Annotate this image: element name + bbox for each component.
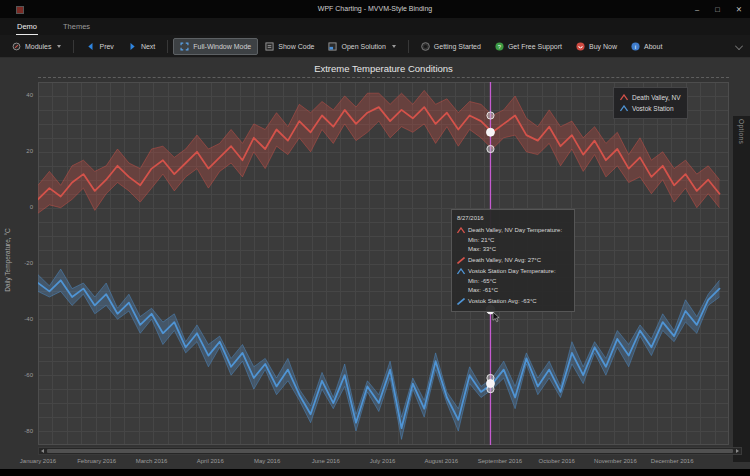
toolbar-button-label: Prev [99,43,113,50]
tooltip-date: 8/27/2016 [457,214,569,223]
toolbar-separator [73,40,74,53]
death-valley-band-icon [620,94,628,101]
toolbar-button-buy-now[interactable]: Buy Now [569,38,624,55]
prev-arrow-icon [86,42,95,51]
y-tick-label: 20 [5,148,33,154]
toolbar-button-about[interactable]: iAbout [624,38,669,55]
toolbar-button-show-code[interactable]: Show Code [258,38,321,55]
options-panel-tab[interactable]: Options [738,119,745,144]
toolbar-separator [167,40,168,53]
band-marker [487,112,494,119]
y-tick-label: -40 [5,316,33,322]
scrollbar-thumb[interactable] [47,449,733,453]
x-tick-label: March 2016 [136,458,168,464]
toolbar-button-label: Full-Window Mode [193,43,251,50]
y-tick-label: 40 [5,92,33,98]
avg-marker [486,380,494,388]
x-tick-label: August 2016 [424,458,458,464]
death-valley-line-icon [457,257,465,264]
toolbar-button-label: About [644,43,662,50]
x-tick-label: June 2016 [312,458,340,464]
chart-title: Extreme Temperature Conditions [38,63,729,74]
minimize-button[interactable]: – [695,5,699,14]
legend-item-death-valley: Death Valley, NV [620,92,681,103]
toolbar-button-full-window-mode[interactable]: Full-Window Mode [173,38,258,55]
legend-label: Vostok Station [632,103,674,114]
window-title: WPF Charting - MVVM-Style Binding [0,0,750,18]
y-tick-label: -60 [5,372,33,378]
x-tick-label: September 2016 [478,458,522,464]
series-vostok [38,269,720,439]
death-valley-band-icon [457,227,465,234]
getting-started-icon [421,42,430,51]
tooltip-text: Vostok Station Avg: -63°C [468,297,537,306]
chart-top-border [38,77,729,78]
tooltip-vs-avg: Vostok Station Avg: -63°C [457,297,569,306]
tooltip-dv-avg: Death Valley, NV Avg: 27°C [457,256,569,265]
x-tick-label: November 2016 [594,458,637,464]
legend-item-vostok: Vostok Station [620,103,681,114]
x-tick-label: October 2016 [539,458,575,464]
toolbar-button-getting-started[interactable]: Getting Started [414,38,488,55]
about-icon: i [631,42,640,51]
plot-area[interactable] [38,82,729,445]
toolbar-button-modules[interactable]: Modules [5,38,68,55]
tooltip-dv-day: Death Valley, NV Day Temperature: [457,226,569,235]
tooltip-text: Death Valley, NV Day Temperature: [468,226,562,235]
window-bottom-border [0,469,750,476]
y-tick-label: -20 [5,260,33,266]
maximize-button[interactable]: □ [715,5,720,14]
toolbar-button-label: Next [141,43,155,50]
full-window-icon [180,42,189,51]
toolbar-button-label: Open Solution [341,43,385,50]
vostok-band-icon [457,268,465,275]
tooltip-text: Vostok Station Day Temperature: [468,267,556,276]
modules-icon [12,42,21,51]
tab-themes[interactable]: Themes [63,22,90,31]
tooltip-vs-min: Min: -65°C [457,277,569,286]
tooltip-dv-min: Min: 21°C [457,236,569,245]
x-tick-label: May 2016 [254,458,280,464]
tab-demo[interactable]: Demo [17,22,37,31]
toolbar-button-next[interactable]: Next [121,38,162,55]
toolbar-button-label: Get Free Support [508,43,562,50]
vostok-band-icon [620,105,628,112]
toolbar-button-label: Getting Started [434,43,481,50]
tooltip-text: Death Valley, NV Avg: 27°C [468,256,541,265]
x-tick-label: February 2016 [77,458,116,464]
scrollbar-left-arrow-icon[interactable] [39,448,46,454]
chart-surface: Extreme Temperature Conditions Daily Tem… [0,58,750,469]
next-arrow-icon [128,42,137,51]
chart-canvas [38,82,729,445]
show-code-icon [265,42,274,51]
chevron-down-icon [392,45,396,48]
get-free-support-icon: ? [495,42,504,51]
toolbar-button-get-free-support[interactable]: ?Get Free Support [488,38,569,55]
vostok-line-icon [457,298,465,305]
x-tick-label: April 2016 [197,458,224,464]
toolbar-button-prev[interactable]: Prev [79,38,120,55]
toolbar-button-label: Buy Now [589,43,617,50]
title-bar: WPF Charting - MVVM-Style Binding – □ ✕ [0,0,750,18]
temperature-band [38,269,720,439]
ribbon-tabs: Demo Themes [0,18,750,35]
tooltip-vs-day: Vostok Station Day Temperature: [457,267,569,276]
options-panel-strip: Options [733,116,750,462]
horizontal-scrollbar[interactable] [38,447,742,455]
svg-text:i: i [635,42,636,49]
toolbar-overflow-chevron-icon[interactable] [735,42,743,50]
avg-marker [486,128,494,136]
app-window: WPF Charting - MVVM-Style Binding – □ ✕ … [0,0,750,476]
band-marker [487,145,494,152]
toolbar: ModulesPrevNextFull-Window ModeShow Code… [0,35,750,58]
chevron-down-icon [57,45,61,48]
mouse-pointer-icon [493,312,499,322]
x-tick-label: December 2016 [651,458,694,464]
toolbar-separator [408,40,409,53]
close-button[interactable]: ✕ [736,5,742,14]
toolbar-button-open-solution[interactable]: Open Solution [321,38,402,55]
crosshair-tooltip: 8/27/2016 Death Valley, NV Day Temperatu… [451,209,575,312]
scrollbar-right-arrow-icon[interactable] [734,448,741,454]
legend-label: Death Valley, NV [632,92,681,103]
tooltip-dv-max: Max: 33°C [457,245,569,254]
